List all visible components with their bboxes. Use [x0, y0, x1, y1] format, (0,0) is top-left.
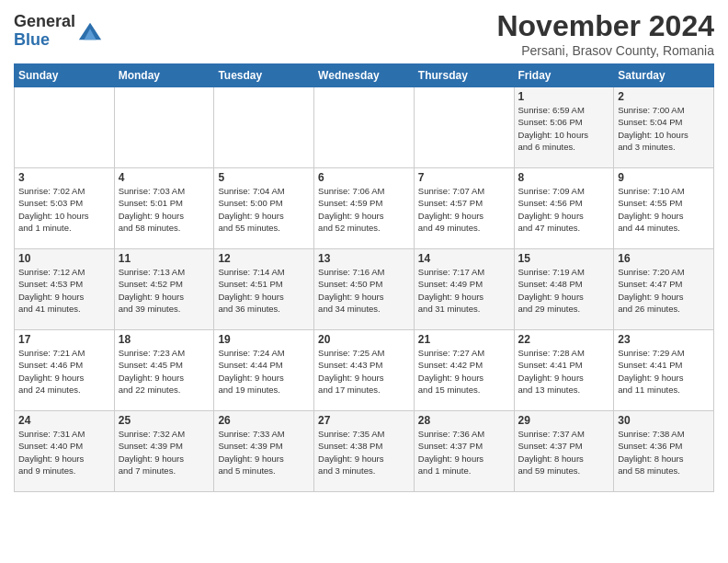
- calendar-day-cell: 20Sunrise: 7:25 AM Sunset: 4:43 PM Dayli…: [314, 330, 415, 411]
- calendar-week-row: 24Sunrise: 7:31 AM Sunset: 4:40 PM Dayli…: [15, 411, 714, 492]
- day-number: 1: [518, 90, 610, 103]
- day-info: Sunrise: 7:24 AM Sunset: 4:44 PM Dayligh…: [218, 347, 310, 396]
- day-number: 17: [18, 333, 110, 346]
- calendar-week-row: 10Sunrise: 7:12 AM Sunset: 4:53 PM Dayli…: [15, 249, 714, 330]
- calendar-day-cell: [114, 87, 214, 168]
- calendar-day-cell: 13Sunrise: 7:16 AM Sunset: 4:50 PM Dayli…: [314, 249, 415, 330]
- day-info: Sunrise: 7:12 AM Sunset: 4:53 PM Dayligh…: [18, 266, 110, 315]
- day-info: Sunrise: 7:23 AM Sunset: 4:45 PM Dayligh…: [119, 347, 210, 396]
- logo-icon: [77, 18, 103, 44]
- calendar-day-cell: 3Sunrise: 7:02 AM Sunset: 5:03 PM Daylig…: [15, 168, 115, 249]
- day-number: 10: [18, 252, 110, 265]
- day-info: Sunrise: 7:21 AM Sunset: 4:46 PM Dayligh…: [18, 347, 110, 396]
- calendar-day-cell: 14Sunrise: 7:17 AM Sunset: 4:49 PM Dayli…: [414, 249, 514, 330]
- day-number: 24: [18, 414, 110, 427]
- day-info: Sunrise: 7:31 AM Sunset: 4:40 PM Dayligh…: [18, 428, 110, 477]
- calendar-day-cell: 11Sunrise: 7:13 AM Sunset: 4:52 PM Dayli…: [114, 249, 214, 330]
- day-info: Sunrise: 7:00 AM Sunset: 5:04 PM Dayligh…: [618, 104, 710, 153]
- day-number: 11: [119, 252, 210, 265]
- calendar-day-header: Friday: [514, 64, 614, 87]
- day-number: 13: [318, 252, 410, 265]
- day-info: Sunrise: 7:13 AM Sunset: 4:52 PM Dayligh…: [119, 266, 210, 315]
- day-number: 6: [318, 171, 410, 184]
- calendar-day-cell: 29Sunrise: 7:37 AM Sunset: 4:37 PM Dayli…: [514, 411, 614, 492]
- day-number: 26: [218, 414, 310, 427]
- calendar-day-cell: 23Sunrise: 7:29 AM Sunset: 4:41 PM Dayli…: [614, 330, 714, 411]
- calendar-day-cell: 19Sunrise: 7:24 AM Sunset: 4:44 PM Dayli…: [214, 330, 314, 411]
- day-number: 9: [618, 171, 710, 184]
- calendar-week-row: 3Sunrise: 7:02 AM Sunset: 5:03 PM Daylig…: [15, 168, 714, 249]
- logo-general: General: [14, 12, 75, 30]
- calendar-day-cell: 5Sunrise: 7:04 AM Sunset: 5:00 PM Daylig…: [214, 168, 314, 249]
- day-number: 25: [119, 414, 210, 427]
- calendar-day-cell: 22Sunrise: 7:28 AM Sunset: 4:41 PM Dayli…: [514, 330, 614, 411]
- calendar-header-row: SundayMondayTuesdayWednesdayThursdayFrid…: [15, 64, 714, 87]
- calendar-day-header: Saturday: [614, 64, 714, 87]
- day-info: Sunrise: 6:59 AM Sunset: 5:06 PM Dayligh…: [518, 104, 610, 153]
- calendar-day-cell: [414, 87, 514, 168]
- logo: General Blue: [14, 13, 103, 50]
- day-info: Sunrise: 7:14 AM Sunset: 4:51 PM Dayligh…: [218, 266, 310, 315]
- day-number: 4: [119, 171, 210, 184]
- calendar-day-cell: [214, 87, 314, 168]
- calendar-day-cell: 2Sunrise: 7:00 AM Sunset: 5:04 PM Daylig…: [614, 87, 714, 168]
- calendar-day-header: Thursday: [414, 64, 514, 87]
- day-info: Sunrise: 7:06 AM Sunset: 4:59 PM Dayligh…: [318, 185, 410, 234]
- calendar-day-cell: 21Sunrise: 7:27 AM Sunset: 4:42 PM Dayli…: [414, 330, 514, 411]
- day-number: 7: [418, 171, 510, 184]
- day-info: Sunrise: 7:17 AM Sunset: 4:49 PM Dayligh…: [418, 266, 510, 315]
- calendar-day-cell: [15, 87, 115, 168]
- day-number: 29: [518, 414, 610, 427]
- logo-text: General Blue: [14, 13, 75, 50]
- calendar-week-row: 17Sunrise: 7:21 AM Sunset: 4:46 PM Dayli…: [15, 330, 714, 411]
- calendar-day-cell: 17Sunrise: 7:21 AM Sunset: 4:46 PM Dayli…: [15, 330, 115, 411]
- day-info: Sunrise: 7:35 AM Sunset: 4:38 PM Dayligh…: [318, 428, 410, 477]
- day-number: 20: [318, 333, 410, 346]
- page-container: General Blue November 2024 Persani, Bras…: [0, 0, 728, 497]
- day-info: Sunrise: 7:29 AM Sunset: 4:41 PM Dayligh…: [618, 347, 710, 396]
- day-number: 5: [218, 171, 310, 184]
- day-info: Sunrise: 7:28 AM Sunset: 4:41 PM Dayligh…: [518, 347, 610, 396]
- calendar-day-cell: 15Sunrise: 7:19 AM Sunset: 4:48 PM Dayli…: [514, 249, 614, 330]
- day-info: Sunrise: 7:37 AM Sunset: 4:37 PM Dayligh…: [518, 428, 610, 477]
- day-info: Sunrise: 7:32 AM Sunset: 4:39 PM Dayligh…: [119, 428, 210, 477]
- calendar-day-cell: 26Sunrise: 7:33 AM Sunset: 4:39 PM Dayli…: [214, 411, 314, 492]
- calendar-day-cell: 16Sunrise: 7:20 AM Sunset: 4:47 PM Dayli…: [614, 249, 714, 330]
- day-number: 28: [418, 414, 510, 427]
- day-number: 2: [618, 90, 710, 103]
- month-title: November 2024: [496, 9, 714, 43]
- calendar-day-cell: 12Sunrise: 7:14 AM Sunset: 4:51 PM Dayli…: [214, 249, 314, 330]
- calendar-week-row: 1Sunrise: 6:59 AM Sunset: 5:06 PM Daylig…: [15, 87, 714, 168]
- calendar-day-cell: 8Sunrise: 7:09 AM Sunset: 4:56 PM Daylig…: [514, 168, 614, 249]
- day-number: 27: [318, 414, 410, 427]
- day-info: Sunrise: 7:33 AM Sunset: 4:39 PM Dayligh…: [218, 428, 310, 477]
- day-number: 22: [518, 333, 610, 346]
- day-info: Sunrise: 7:03 AM Sunset: 5:01 PM Dayligh…: [119, 185, 210, 234]
- calendar-day-cell: 6Sunrise: 7:06 AM Sunset: 4:59 PM Daylig…: [314, 168, 415, 249]
- title-block: November 2024 Persani, Brasov County, Ro…: [496, 9, 714, 58]
- calendar-day-cell: 30Sunrise: 7:38 AM Sunset: 4:36 PM Dayli…: [614, 411, 714, 492]
- calendar-table: SundayMondayTuesdayWednesdayThursdayFrid…: [14, 63, 714, 492]
- calendar-day-cell: 9Sunrise: 7:10 AM Sunset: 4:55 PM Daylig…: [614, 168, 714, 249]
- calendar-day-header: Wednesday: [314, 64, 415, 87]
- calendar-day-header: Tuesday: [214, 64, 314, 87]
- day-number: 15: [518, 252, 610, 265]
- calendar-day-cell: 7Sunrise: 7:07 AM Sunset: 4:57 PM Daylig…: [414, 168, 514, 249]
- day-info: Sunrise: 7:27 AM Sunset: 4:42 PM Dayligh…: [418, 347, 510, 396]
- day-info: Sunrise: 7:16 AM Sunset: 4:50 PM Dayligh…: [318, 266, 410, 315]
- day-info: Sunrise: 7:02 AM Sunset: 5:03 PM Dayligh…: [18, 185, 110, 234]
- location: Persani, Brasov County, Romania: [496, 43, 714, 58]
- calendar-day-cell: 10Sunrise: 7:12 AM Sunset: 4:53 PM Dayli…: [15, 249, 115, 330]
- day-info: Sunrise: 7:19 AM Sunset: 4:48 PM Dayligh…: [518, 266, 610, 315]
- day-number: 3: [18, 171, 110, 184]
- calendar-day-cell: 4Sunrise: 7:03 AM Sunset: 5:01 PM Daylig…: [114, 168, 214, 249]
- day-number: 30: [618, 414, 710, 427]
- day-number: 12: [218, 252, 310, 265]
- day-number: 18: [119, 333, 210, 346]
- day-info: Sunrise: 7:09 AM Sunset: 4:56 PM Dayligh…: [518, 185, 610, 234]
- calendar-day-cell: 25Sunrise: 7:32 AM Sunset: 4:39 PM Dayli…: [114, 411, 214, 492]
- header: General Blue November 2024 Persani, Bras…: [14, 9, 714, 58]
- day-number: 21: [418, 333, 510, 346]
- logo-blue: Blue: [14, 30, 50, 49]
- day-info: Sunrise: 7:36 AM Sunset: 4:37 PM Dayligh…: [418, 428, 510, 477]
